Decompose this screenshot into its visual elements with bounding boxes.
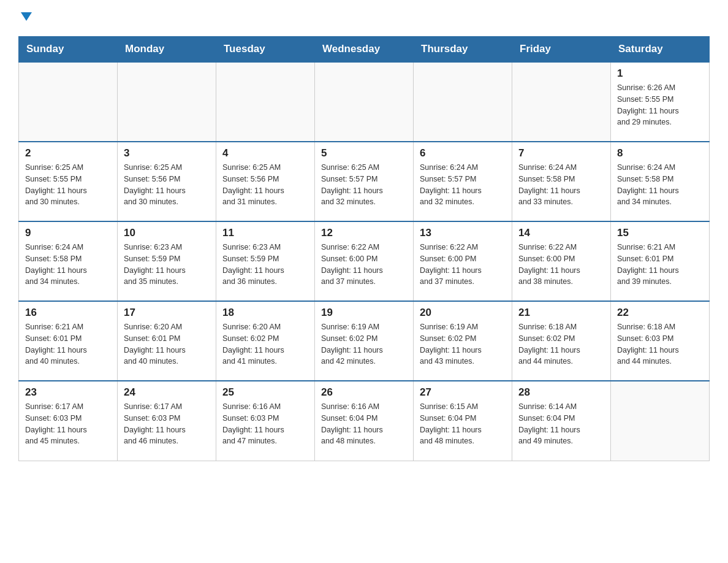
calendar-day-cell	[315, 62, 414, 142]
day-number: 15	[617, 227, 703, 239]
day-number: 3	[124, 147, 210, 159]
calendar-week-row: 23Sunrise: 6:17 AMSunset: 6:03 PMDayligh…	[19, 381, 710, 461]
calendar-day-cell: 14Sunrise: 6:22 AMSunset: 6:00 PMDayligh…	[512, 221, 611, 301]
calendar-header-row: SundayMondayTuesdayWednesdayThursdayFrid…	[19, 37, 710, 63]
calendar-day-cell: 15Sunrise: 6:21 AMSunset: 6:01 PMDayligh…	[611, 221, 710, 301]
day-info: Sunrise: 6:26 AMSunset: 5:55 PMDaylight:…	[617, 82, 703, 128]
day-info: Sunrise: 6:20 AMSunset: 6:01 PMDaylight:…	[124, 321, 210, 367]
day-info: Sunrise: 6:16 AMSunset: 6:04 PMDaylight:…	[321, 401, 407, 447]
day-number: 1	[617, 67, 703, 80]
day-info: Sunrise: 6:18 AMSunset: 6:02 PMDaylight:…	[518, 321, 604, 367]
calendar-day-cell	[216, 62, 315, 142]
day-info: Sunrise: 6:24 AMSunset: 5:58 PMDaylight:…	[25, 242, 111, 288]
day-info: Sunrise: 6:15 AMSunset: 6:04 PMDaylight:…	[420, 401, 506, 447]
column-header-sunday: Sunday	[19, 37, 118, 63]
column-header-monday: Monday	[118, 37, 216, 63]
day-info: Sunrise: 6:22 AMSunset: 6:00 PMDaylight:…	[321, 242, 407, 288]
day-number: 22	[617, 307, 703, 319]
day-info: Sunrise: 6:25 AMSunset: 5:55 PMDaylight:…	[25, 162, 111, 208]
day-info: Sunrise: 6:24 AMSunset: 5:57 PMDaylight:…	[420, 162, 506, 208]
calendar-day-cell	[19, 62, 118, 142]
day-info: Sunrise: 6:23 AMSunset: 5:59 PMDaylight:…	[124, 242, 210, 288]
day-info: Sunrise: 6:19 AMSunset: 6:02 PMDaylight:…	[420, 321, 506, 367]
calendar-day-cell: 13Sunrise: 6:22 AMSunset: 6:00 PMDayligh…	[414, 221, 512, 301]
day-info: Sunrise: 6:17 AMSunset: 6:03 PMDaylight:…	[124, 401, 210, 447]
day-number: 5	[321, 147, 407, 159]
column-header-wednesday: Wednesday	[315, 37, 414, 63]
day-number: 21	[518, 307, 604, 319]
day-number: 7	[518, 147, 604, 159]
logo-arrow-icon	[21, 12, 32, 23]
day-info: Sunrise: 6:18 AMSunset: 6:03 PMDaylight:…	[617, 321, 703, 367]
day-number: 28	[518, 386, 604, 399]
day-info: Sunrise: 6:14 AMSunset: 6:04 PMDaylight:…	[518, 401, 604, 447]
day-info: Sunrise: 6:22 AMSunset: 6:00 PMDaylight:…	[420, 242, 506, 288]
calendar-day-cell: 5Sunrise: 6:25 AMSunset: 5:57 PMDaylight…	[315, 142, 414, 221]
calendar-day-cell: 17Sunrise: 6:20 AMSunset: 6:01 PMDayligh…	[118, 301, 216, 381]
day-number: 23	[25, 386, 111, 399]
day-number: 26	[321, 386, 407, 399]
day-number: 14	[518, 227, 604, 239]
day-info: Sunrise: 6:19 AMSunset: 6:02 PMDaylight:…	[321, 321, 407, 367]
calendar-day-cell: 25Sunrise: 6:16 AMSunset: 6:03 PMDayligh…	[216, 381, 315, 461]
day-number: 9	[25, 227, 111, 239]
calendar-day-cell: 27Sunrise: 6:15 AMSunset: 6:04 PMDayligh…	[414, 381, 512, 461]
day-number: 11	[222, 227, 308, 239]
calendar-day-cell: 19Sunrise: 6:19 AMSunset: 6:02 PMDayligh…	[315, 301, 414, 381]
column-header-friday: Friday	[512, 37, 611, 63]
day-number: 2	[25, 147, 111, 159]
calendar-day-cell: 10Sunrise: 6:23 AMSunset: 5:59 PMDayligh…	[118, 221, 216, 301]
column-header-tuesday: Tuesday	[216, 37, 315, 63]
day-number: 13	[420, 227, 506, 239]
page-header	[18, 12, 710, 24]
calendar-day-cell: 1Sunrise: 6:26 AMSunset: 5:55 PMDaylight…	[611, 62, 710, 142]
day-info: Sunrise: 6:22 AMSunset: 6:00 PMDaylight:…	[518, 242, 604, 288]
calendar-day-cell: 20Sunrise: 6:19 AMSunset: 6:02 PMDayligh…	[414, 301, 512, 381]
day-info: Sunrise: 6:17 AMSunset: 6:03 PMDaylight:…	[25, 401, 111, 447]
calendar-day-cell: 23Sunrise: 6:17 AMSunset: 6:03 PMDayligh…	[19, 381, 118, 461]
day-info: Sunrise: 6:25 AMSunset: 5:56 PMDaylight:…	[124, 162, 210, 208]
calendar-week-row: 2Sunrise: 6:25 AMSunset: 5:55 PMDaylight…	[19, 142, 710, 221]
day-number: 6	[420, 147, 506, 159]
calendar-day-cell: 21Sunrise: 6:18 AMSunset: 6:02 PMDayligh…	[512, 301, 611, 381]
calendar-week-row: 16Sunrise: 6:21 AMSunset: 6:01 PMDayligh…	[19, 301, 710, 381]
day-number: 4	[222, 147, 308, 159]
day-info: Sunrise: 6:21 AMSunset: 6:01 PMDaylight:…	[617, 242, 703, 288]
day-info: Sunrise: 6:24 AMSunset: 5:58 PMDaylight:…	[617, 162, 703, 208]
day-number: 25	[222, 386, 308, 399]
day-number: 24	[124, 386, 210, 399]
calendar-day-cell: 7Sunrise: 6:24 AMSunset: 5:58 PMDaylight…	[512, 142, 611, 221]
day-info: Sunrise: 6:25 AMSunset: 5:56 PMDaylight:…	[222, 162, 308, 208]
calendar-day-cell: 24Sunrise: 6:17 AMSunset: 6:03 PMDayligh…	[118, 381, 216, 461]
day-number: 18	[222, 307, 308, 319]
calendar-week-row: 1Sunrise: 6:26 AMSunset: 5:55 PMDaylight…	[19, 62, 710, 142]
day-info: Sunrise: 6:20 AMSunset: 6:02 PMDaylight:…	[222, 321, 308, 367]
day-number: 19	[321, 307, 407, 319]
calendar-day-cell: 2Sunrise: 6:25 AMSunset: 5:55 PMDaylight…	[19, 142, 118, 221]
day-number: 20	[420, 307, 506, 319]
calendar-day-cell: 11Sunrise: 6:23 AMSunset: 5:59 PMDayligh…	[216, 221, 315, 301]
calendar-day-cell	[414, 62, 512, 142]
column-header-saturday: Saturday	[611, 37, 710, 63]
calendar-day-cell: 6Sunrise: 6:24 AMSunset: 5:57 PMDaylight…	[414, 142, 512, 221]
calendar-day-cell: 3Sunrise: 6:25 AMSunset: 5:56 PMDaylight…	[118, 142, 216, 221]
calendar-day-cell: 8Sunrise: 6:24 AMSunset: 5:58 PMDaylight…	[611, 142, 710, 221]
day-info: Sunrise: 6:23 AMSunset: 5:59 PMDaylight:…	[222, 242, 308, 288]
column-header-thursday: Thursday	[414, 37, 512, 63]
day-number: 27	[420, 386, 506, 399]
day-info: Sunrise: 6:24 AMSunset: 5:58 PMDaylight:…	[518, 162, 604, 208]
calendar-day-cell: 4Sunrise: 6:25 AMSunset: 5:56 PMDaylight…	[216, 142, 315, 221]
calendar-day-cell	[611, 381, 710, 461]
day-number: 10	[124, 227, 210, 239]
day-number: 16	[25, 307, 111, 319]
day-number: 8	[617, 147, 703, 159]
calendar-day-cell	[118, 62, 216, 142]
day-number: 12	[321, 227, 407, 239]
day-info: Sunrise: 6:21 AMSunset: 6:01 PMDaylight:…	[25, 321, 111, 367]
calendar-week-row: 9Sunrise: 6:24 AMSunset: 5:58 PMDaylight…	[19, 221, 710, 301]
calendar-day-cell: 28Sunrise: 6:14 AMSunset: 6:04 PMDayligh…	[512, 381, 611, 461]
calendar-day-cell: 22Sunrise: 6:18 AMSunset: 6:03 PMDayligh…	[611, 301, 710, 381]
calendar-day-cell: 16Sunrise: 6:21 AMSunset: 6:01 PMDayligh…	[19, 301, 118, 381]
day-info: Sunrise: 6:16 AMSunset: 6:03 PMDaylight:…	[222, 401, 308, 447]
day-info: Sunrise: 6:25 AMSunset: 5:57 PMDaylight:…	[321, 162, 407, 208]
